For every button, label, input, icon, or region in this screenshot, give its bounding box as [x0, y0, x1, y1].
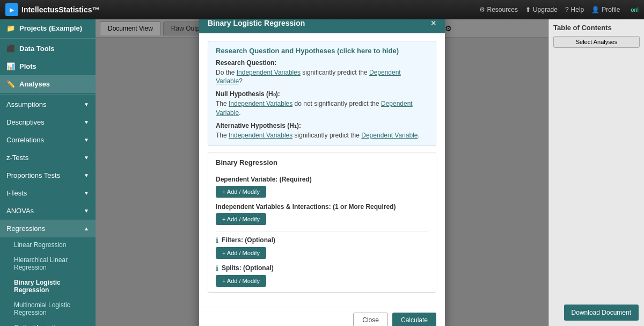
sidebar-sub-multinomial[interactable]: Multinomial Logistic Regression [0, 298, 96, 320]
modal-close-button[interactable]: × [430, 19, 436, 28]
sidebar-category-ztests[interactable]: z-Tests ▼ [0, 149, 96, 166]
divider [0, 94, 96, 95]
splits-row: ℹ Splits: (Optional) [216, 264, 428, 272]
divider [0, 38, 96, 39]
hypothesis-section: Research Question and Hypotheses (click … [208, 41, 436, 146]
sidebar-category-anovas[interactable]: ANOVAs ▼ [0, 202, 96, 220]
research-question-label: Research Question: [216, 59, 428, 67]
right-panel: Table of Contents Select Analyses Downlo… [548, 19, 644, 326]
select-analyses-button[interactable]: Select Analyses [553, 36, 640, 48]
sidebar-item-analyses[interactable]: ✏️ Analyses [0, 75, 96, 93]
data-tools-icon: ⬛ [6, 45, 15, 53]
independent-variable-label: Independent Variables & Interactions: (1… [216, 203, 428, 211]
splits-add-button[interactable]: + Add / Modify [216, 275, 266, 287]
sidebar-item-projects[interactable]: 📁 Projects (Example) [0, 19, 96, 37]
independent-add-button[interactable]: + Add / Modify [216, 213, 266, 225]
null-hypothesis-text: The Independent Variables do not signifi… [216, 99, 428, 118]
profile-icon: 👤 [591, 6, 599, 13]
modal-footer: Close Calculate [199, 307, 445, 327]
resources-icon: ⚙ [479, 6, 485, 13]
dependent-add-button[interactable]: + Add / Modify [216, 186, 266, 198]
sidebar-sub-linear-regression[interactable]: Linear Regression [0, 237, 96, 252]
content-area: Document View Raw Output View Zoom Level… [96, 19, 548, 326]
splits-label: Splits: (Optional) [222, 264, 274, 272]
alt-hypothesis-label: Alternative Hypothesis (H₁): [216, 122, 428, 129]
sidebar: 📁 Projects (Example) ⬛ Data Tools 📊 Plot… [0, 19, 96, 326]
help-icon: ? [565, 6, 569, 13]
download-document-button[interactable]: Download Document [564, 305, 639, 321]
sidebar-category-regressions[interactable]: Regressions ▲ [0, 220, 96, 237]
calculate-button[interactable]: Calculate [392, 313, 436, 327]
sidebar-category-descriptives[interactable]: Descriptives ▼ [0, 113, 96, 131]
sidebar-category-assumptions[interactable]: Assumptions ▼ [0, 96, 96, 113]
upgrade-icon: ⬆ [525, 6, 531, 13]
dependent-variable-label: Dependent Variable: (Required) [216, 176, 428, 183]
chevron-down-icon: ▼ [84, 155, 89, 161]
alt-iv-label: Independent Variables [229, 132, 292, 139]
sidebar-category-proportions[interactable]: Proportions Tests ▼ [0, 166, 96, 184]
upgrade-btn[interactable]: ⬆ Upgrade [525, 6, 558, 13]
sidebar-item-data-tools[interactable]: ⬛ Data Tools [0, 40, 96, 57]
alt-hypothesis-text: The Independent Variables significantly … [216, 131, 428, 140]
app-logo-icon: ▶ [5, 3, 18, 16]
sidebar-sub-hierarchical-regression[interactable]: Hierarchical Linear Regression [0, 252, 96, 275]
analyses-icon: ✏️ [6, 80, 15, 88]
sidebar-category-ttests[interactable]: t-Tests ▼ [0, 184, 96, 202]
hypothesis-toggle[interactable]: Research Question and Hypotheses (click … [216, 47, 428, 55]
table-of-contents-title: Table of Contents [553, 24, 640, 32]
chevron-down-icon: ▼ [84, 208, 89, 214]
rq-iv-label: Independent Variables [237, 69, 301, 76]
binary-regression-section: Binary Regression Dependent Variable: (R… [208, 153, 436, 293]
modal-title: Binary Logistic Regression [208, 19, 305, 27]
binary-regression-title: Binary Regression [216, 158, 428, 170]
chevron-down-icon: ▼ [84, 190, 89, 196]
chevron-up-icon: ▲ [84, 226, 89, 231]
main-layout: 📁 Projects (Example) ⬛ Data Tools 📊 Plot… [0, 19, 644, 326]
chevron-down-icon: ▼ [84, 137, 89, 143]
sidebar-category-correlations[interactable]: Correlations ▼ [0, 131, 96, 149]
chevron-down-icon: ▼ [84, 102, 89, 107]
research-question-text: Do the Independent Variables significant… [216, 68, 428, 86]
nav-buttons: ⚙ Resources ⬆ Upgrade ? Help 👤 Profile o… [479, 6, 639, 13]
alt-dv-label: Dependent Variable [361, 132, 418, 139]
sidebar-item-plots[interactable]: 📊 Plots [0, 57, 96, 75]
chevron-down-icon: ▼ [84, 172, 89, 178]
profile-btn[interactable]: 👤 Profile [591, 6, 620, 13]
modal-body: Research Question and Hypotheses (click … [199, 33, 445, 307]
filters-add-button[interactable]: + Add / Modify [216, 247, 266, 259]
filters-info-icon[interactable]: ℹ [216, 236, 218, 244]
resources-btn[interactable]: ⚙ Resources [479, 6, 518, 13]
splits-info-icon[interactable]: ℹ [216, 264, 218, 272]
plots-icon: 📊 [6, 62, 15, 70]
brand-name: IntellectusStatistics™ [21, 5, 100, 14]
topbar: ▶ IntellectusStatistics™ ⚙ Resources ⬆ U… [0, 0, 644, 19]
filters-row: ℹ Filters: (Optional) [216, 236, 428, 244]
help-btn[interactable]: ? Help [565, 6, 584, 13]
modal-header: Binary Logistic Regression × [199, 19, 445, 33]
logo-area: ▶ IntellectusStatistics™ [5, 3, 100, 16]
projects-icon: 📁 [6, 24, 15, 32]
chevron-down-icon: ▼ [84, 119, 89, 125]
null-hypothesis-label: Null Hypothesis (H₀): [216, 90, 428, 98]
modal-dialog: Binary Logistic Regression × Research Qu… [199, 19, 445, 326]
sidebar-sub-ordinal[interactable]: Ordinal Logistic Regression [0, 320, 96, 326]
null-iv-label: Independent Variables [229, 100, 292, 107]
online-indicator: onl [631, 6, 639, 13]
modal-overlay: Binary Logistic Regression × Research Qu… [96, 19, 548, 326]
close-button[interactable]: Close [353, 313, 388, 327]
filters-label: Filters: (Optional) [222, 236, 275, 244]
sidebar-sub-binary-logistic[interactable]: Binary Logistic Regression [0, 275, 96, 298]
